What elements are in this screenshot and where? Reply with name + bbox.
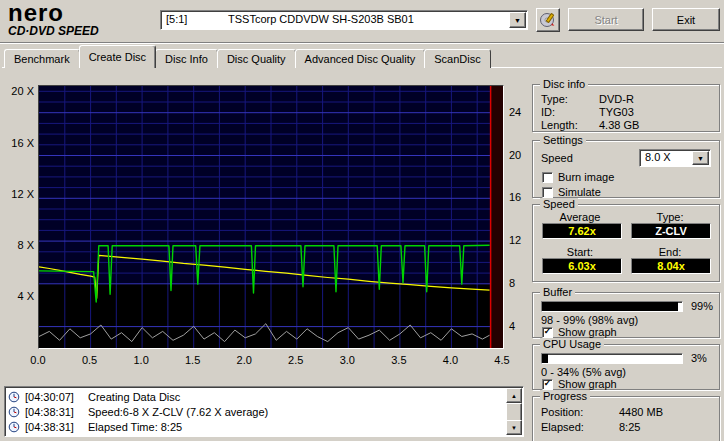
- log-message: Speed:6-8 X Z-CLV (7.62 X average): [88, 406, 268, 418]
- disc-info-panel: Disc info Type:DVD-R ID:TYG03 Length:4.3…: [532, 84, 720, 132]
- speed-setting-label: Speed: [541, 152, 573, 164]
- chevron-glyph: ▼: [514, 12, 521, 29]
- scroll-down-icon: ▼: [511, 425, 517, 431]
- log-entry: [04:38:31]Elapsed Time: 8:25: [8, 419, 504, 434]
- x-axis-tick: 4.0: [439, 354, 461, 366]
- start-label: Start:: [537, 246, 623, 258]
- cpu-usage-fill: [542, 354, 548, 363]
- speed-selected-value: 8.0 X: [645, 151, 671, 163]
- chevron-down-icon[interactable]: ▼: [509, 12, 526, 28]
- tab-disc-info[interactable]: Disc Info: [155, 49, 218, 68]
- average-speed-display: 7.62x: [542, 223, 622, 239]
- elapsed-value: 8:25: [619, 420, 640, 435]
- position-value: 4480 MB: [619, 405, 663, 420]
- scroll-up-button[interactable]: ▲: [506, 388, 522, 403]
- x-axis-tick: 0.5: [79, 354, 101, 366]
- drive-name: TSSTcorp CDDVDW SH-S203B SB01: [228, 13, 414, 25]
- checkbox-box: ✓: [542, 172, 553, 183]
- end-speed-display: 8.04x: [631, 258, 711, 274]
- right-axis-tick: 16: [509, 191, 529, 203]
- chevron-glyph: ▼: [697, 151, 704, 166]
- check-icon: ✓: [544, 327, 552, 336]
- average-label: Average: [537, 211, 623, 223]
- burn-options-button[interactable]: [536, 8, 560, 32]
- x-axis-tick: 4.5: [491, 354, 513, 366]
- elapsed-label: Elapsed:: [541, 420, 619, 435]
- cpu-usage-bar: [541, 353, 683, 364]
- progress-panel: Progress Position:4480 MB Elapsed:8:25: [532, 396, 720, 441]
- left-axis-tick: 4 X: [4, 290, 34, 302]
- toolbar-divider: [0, 42, 724, 44]
- disc-type-value: DVD-R: [599, 93, 634, 106]
- x-axis-tick: 2.5: [285, 354, 307, 366]
- logo-text: nero: [8, 1, 153, 25]
- tab-disc-quality[interactable]: Disc Quality: [217, 49, 296, 68]
- disc-write-icon: [539, 11, 557, 29]
- checkbox-box: ✓: [542, 327, 553, 338]
- speed-selector[interactable]: 8.0 X ▼: [639, 149, 711, 167]
- cpu-show-graph-checkbox[interactable]: ✓ Show graph: [542, 377, 617, 391]
- buffer-show-graph-checkbox[interactable]: ✓ Show graph: [542, 325, 617, 339]
- checkbox-box: ✓: [542, 187, 553, 198]
- panel-title: Progress: [540, 390, 590, 402]
- log-message: Creating Data Disc: [88, 391, 180, 403]
- checkbox-box: ✓: [542, 379, 553, 390]
- clock-icon: [8, 406, 20, 418]
- drive-selector[interactable]: [5:1]TSSTcorp CDDVDW SH-S203B SB01 ▼: [160, 10, 528, 30]
- elapsed-row: Elapsed:8:25: [533, 420, 719, 435]
- buffer-panel: Buffer 99% 98 - 99% (98% avg) ✓ Show gra…: [532, 292, 720, 338]
- simulate-checkbox[interactable]: ✓Simulate: [542, 185, 614, 199]
- drive-id: [5:1]: [166, 11, 228, 28]
- disc-length-row: Length:4.38 GB: [533, 119, 719, 132]
- nero-cdspeed-window: nero CD·DVD SPEED [5:1]TSSTcorp CDDVDW S…: [0, 0, 724, 441]
- scroll-down-button[interactable]: ▼: [506, 420, 522, 435]
- x-axis-tick: 3.0: [336, 354, 358, 366]
- scroll-up-icon: ▲: [511, 393, 517, 399]
- speed-setting-row: Speed 8.0 X ▼: [541, 149, 711, 167]
- buffer-percent: 99%: [691, 300, 713, 312]
- tab-scandisc[interactable]: ScanDisc: [424, 49, 490, 68]
- type-label: Type:: [627, 211, 713, 223]
- write-type-display: Z-CLV: [631, 223, 711, 239]
- disc-id-row: ID:TYG03: [533, 106, 719, 119]
- disc-type-label: Type:: [541, 93, 599, 106]
- x-axis-tick: 1.5: [182, 354, 204, 366]
- panel-title: Settings: [540, 134, 586, 146]
- log-timestamp: [04:38:31]: [25, 421, 83, 433]
- settings-panel: Settings Speed 8.0 X ▼ ✓Burn image✓Simul…: [532, 140, 720, 198]
- clock-icon: [8, 421, 20, 433]
- buffer-level-fill: [542, 302, 678, 311]
- chart-plot: [38, 85, 504, 349]
- x-axis-tick: 2.0: [233, 354, 255, 366]
- log-timestamp: [04:30:07]: [25, 391, 83, 403]
- log-timestamp: [04:38:31]: [25, 406, 83, 418]
- disc-id-label: ID:: [541, 106, 599, 119]
- x-axis-tick: 0.0: [27, 354, 49, 366]
- nero-logo: nero CD·DVD SPEED: [8, 1, 153, 38]
- checkbox-label: Simulate: [558, 186, 601, 198]
- right-axis-tick: 24: [509, 106, 529, 118]
- position-label: Position:: [541, 405, 619, 420]
- checkbox-label: Burn image: [558, 171, 614, 183]
- chevron-down-icon[interactable]: ▼: [692, 151, 709, 165]
- start-button[interactable]: Start: [568, 8, 644, 31]
- speed-chart: 20 X16 X12 X8 X4 X24201612840.00.51.01.5…: [4, 78, 530, 378]
- log-scrollbar[interactable]: ▲ ▼: [506, 388, 522, 435]
- tab-benchmark[interactable]: Benchmark: [4, 49, 80, 68]
- logo-subtext: CD·DVD SPEED: [8, 25, 153, 38]
- log-entry: [04:38:31]Speed:6-8 X Z-CLV (7.62 X aver…: [8, 404, 504, 419]
- tab-bar: BenchmarkCreate DiscDisc InfoDisc Qualit…: [4, 45, 490, 68]
- clock-icon: [8, 391, 20, 403]
- panel-title: Speed: [540, 198, 578, 210]
- tab-create-disc[interactable]: Create Disc: [79, 45, 156, 68]
- left-axis-tick: 8 X: [4, 239, 34, 251]
- right-axis-tick: 20: [509, 149, 529, 161]
- panel-title: Disc info: [540, 78, 588, 90]
- exit-button[interactable]: Exit: [652, 8, 720, 31]
- tab-advanced-disc-quality[interactable]: Advanced Disc Quality: [295, 49, 426, 68]
- right-axis-tick: 12: [509, 234, 529, 246]
- panel-title: CPU Usage: [540, 338, 604, 350]
- end-label: End:: [627, 246, 713, 258]
- right-axis-tick: 4: [509, 320, 529, 332]
- burn-image-checkbox[interactable]: ✓Burn image: [542, 170, 614, 184]
